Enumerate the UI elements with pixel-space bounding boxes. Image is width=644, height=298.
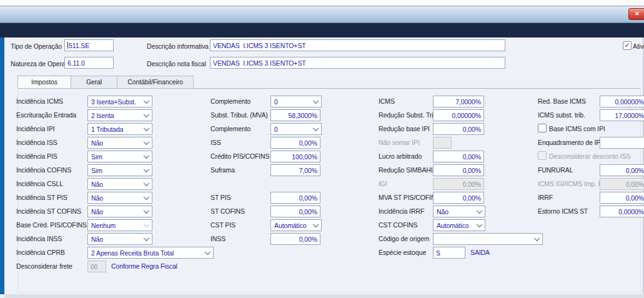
incidencia-ipi-select[interactable]: 1 Tributada bbox=[87, 123, 152, 135]
irrf-value: 0,00% bbox=[603, 194, 644, 202]
enquadramento-de-ipi-label: Enquadramento de IPI bbox=[538, 139, 602, 146]
incidencia-csll-select[interactable]: Não bbox=[87, 178, 152, 190]
incidencia-st-pis-label: Incidência ST PIS bbox=[16, 194, 67, 201]
desconsiderar-frete-input: 00 bbox=[87, 261, 106, 272]
complemento-1-value: 0 bbox=[274, 98, 278, 106]
icms-igi-icms-imp-pr-label: ICMS IGI/ICMS Imp. PR bbox=[538, 180, 607, 187]
reducao-simbahia-label: Redução SIMBAHIA bbox=[379, 166, 437, 174]
enquadramento-de-ipi-input[interactable] bbox=[600, 137, 644, 149]
igi-label: IGI bbox=[379, 180, 387, 187]
natureza-operacao-value: 6.11.0 bbox=[67, 59, 85, 67]
incidencia-irrf-label: Incidência IRRF bbox=[379, 207, 424, 215]
irrf-input[interactable]: 0,00% bbox=[600, 192, 644, 204]
incidencia-iss-select[interactable]: Não bbox=[87, 137, 152, 149]
cst-cofins-value: Automático bbox=[437, 222, 469, 229]
chevron-down-icon bbox=[205, 249, 211, 255]
red-base-icms-input[interactable]: 0,00000% bbox=[600, 96, 644, 107]
descricao-informativa-input[interactable]: VENDAS I.ICMS 3 ISENTO+ST bbox=[210, 39, 505, 51]
incidencia-pis-select[interactable]: Sim bbox=[87, 151, 152, 162]
reducao-subst-trib-label: Redução Subst. Trib. bbox=[379, 111, 438, 119]
suframa-input[interactable]: 7,00% bbox=[270, 164, 320, 176]
lucro-arbitrado-input[interactable]: 0,00% bbox=[433, 151, 484, 162]
incidencia-cprb-label: Incidência CPRB bbox=[16, 249, 65, 256]
incidencia-icms-select[interactable]: 3 Isenta+Subst. bbox=[87, 96, 152, 107]
chevron-down-icon bbox=[144, 180, 150, 186]
escrituracao-entrada-select[interactable]: 2 Isenta bbox=[87, 109, 152, 121]
inss-value: 0,00% bbox=[274, 236, 317, 243]
incidencia-st-cofins-select[interactable]: Não bbox=[87, 206, 152, 217]
chevron-down-icon bbox=[144, 166, 150, 172]
chevron-down-icon bbox=[313, 221, 319, 227]
reducao-base-ipi-value: 0,00% bbox=[436, 126, 481, 133]
estorno-icms-st-value: 0,0000% bbox=[603, 208, 644, 216]
lucro-arbitrado-label: Lucro arbitrado bbox=[379, 152, 422, 160]
incidencia-cofins-select[interactable]: Sim bbox=[87, 164, 152, 176]
incidencia-st-pis-select[interactable]: Não bbox=[87, 192, 152, 204]
especie-estoque-value: S bbox=[436, 249, 440, 257]
base-icms-com-ipi-checkbox[interactable] bbox=[538, 124, 547, 132]
chevron-down-icon bbox=[144, 235, 150, 241]
accent-stripe bbox=[0, 37, 4, 294]
codigo-de-origem-select[interactable] bbox=[433, 233, 543, 245]
incidencia-csll-label: Incidência CSLL bbox=[16, 180, 63, 187]
base-cred-pis-cofins-select[interactable]: Nenhum bbox=[87, 219, 152, 231]
tab-impostos[interactable]: Impostos bbox=[17, 76, 71, 88]
chevron-down-icon bbox=[144, 221, 150, 227]
suframa-value: 7,00% bbox=[274, 167, 317, 174]
complemento-2-select[interactable]: 0 bbox=[270, 123, 322, 135]
incidencia-ipi-label: Incidência IPI bbox=[16, 125, 55, 132]
incidencia-irrf-value: Não bbox=[437, 208, 448, 216]
mva-st-pis-cofins-input[interactable]: 0,00% bbox=[433, 192, 484, 204]
cst-pis-select[interactable]: Automático bbox=[270, 219, 322, 231]
st-cofins-value: 0,00% bbox=[274, 208, 317, 216]
desconsiderar-frete-label: Desconsiderar frete bbox=[16, 262, 72, 270]
st-cofins-input[interactable]: 0,00% bbox=[270, 206, 320, 217]
reducao-subst-trib-input[interactable]: 0,00000% bbox=[433, 109, 484, 121]
complemento-2-label: Complemento bbox=[211, 125, 250, 132]
reducao-simbahia-input[interactable]: 0,00% bbox=[433, 164, 484, 176]
incidencia-cprb-select[interactable]: 2 Apenas Receita Bruta Total bbox=[87, 247, 214, 259]
subst-tribut-mva-input[interactable]: 58,3000% bbox=[270, 109, 320, 121]
chevron-down-icon bbox=[313, 97, 319, 104]
chevron-down-icon bbox=[477, 221, 483, 227]
especie-estoque-input[interactable]: S bbox=[433, 247, 465, 259]
funrural-input[interactable]: 0,00% bbox=[600, 164, 644, 176]
igi-input: 0,00% bbox=[433, 178, 484, 190]
mva-st-pis-cofins-label: MVA ST PIS/COFINS bbox=[379, 194, 440, 201]
icms-igi-icms-imp-pr-value: 0,00% bbox=[603, 181, 644, 188]
tipo-operacao-input[interactable]: 511.SE bbox=[64, 39, 114, 51]
incidencia-csll-value: Não bbox=[91, 181, 103, 188]
natureza-operacao-input[interactable]: 6.11.0 bbox=[64, 57, 114, 69]
st-cofins-label: ST COFINS bbox=[211, 207, 245, 215]
incidencia-st-pis-value: Não bbox=[91, 194, 103, 202]
irrf-label: IRRF bbox=[538, 194, 553, 201]
funrural-value: 0,00% bbox=[603, 167, 644, 174]
st-pis-input[interactable]: 0,00% bbox=[270, 192, 320, 204]
descricao-nota-fiscal-input[interactable]: VENDAS I.ICMS 3 ISENTO+ST bbox=[210, 57, 505, 69]
ativo-checkbox[interactable]: ✓ bbox=[623, 41, 632, 50]
cst-cofins-select[interactable]: Automático bbox=[433, 219, 485, 231]
credito-pis-cofins-input[interactable]: 100,00% bbox=[270, 151, 320, 162]
incidencia-iss-value: Não bbox=[91, 139, 103, 147]
credito-pis-cofins-label: Crédito PIS/COFINS bbox=[211, 152, 269, 160]
icms-subst-trib-input[interactable]: 17,0000% bbox=[600, 109, 644, 121]
incidencia-pis-value: Sim bbox=[91, 153, 102, 161]
inss-input[interactable]: 0,00% bbox=[270, 233, 320, 245]
iss-input[interactable]: 0,00% bbox=[270, 137, 320, 149]
incidencia-inss-select[interactable]: Não bbox=[87, 233, 152, 245]
desconsiderar-frete-suffix-label: Conforme Regra Fiscal bbox=[111, 262, 177, 270]
tab-contabil-financeiro-label: Contábil/Financeiro bbox=[127, 78, 183, 86]
window-bottom-border bbox=[4, 294, 644, 298]
icms-input[interactable]: 7,0000% bbox=[433, 96, 484, 107]
chevron-down-icon bbox=[144, 152, 150, 159]
descricao-nota-fiscal-value: VENDAS I.ICMS 3 ISENTO+ST bbox=[213, 59, 306, 67]
tab-impostos-label: Impostos bbox=[31, 78, 57, 86]
tab-contabil-financeiro[interactable]: Contábil/Financeiro bbox=[117, 76, 194, 87]
complemento-1-select[interactable]: 0 bbox=[270, 96, 322, 107]
suframa-label: Suframa bbox=[211, 166, 235, 174]
incidencia-irrf-select[interactable]: Não bbox=[433, 206, 485, 217]
estorno-icms-st-input[interactable]: 0,0000% bbox=[600, 206, 644, 217]
reducao-base-ipi-input[interactable]: 0,00% bbox=[433, 123, 484, 135]
tab-geral[interactable]: Geral bbox=[71, 76, 117, 87]
close-button[interactable]: ✕ bbox=[628, 8, 644, 20]
